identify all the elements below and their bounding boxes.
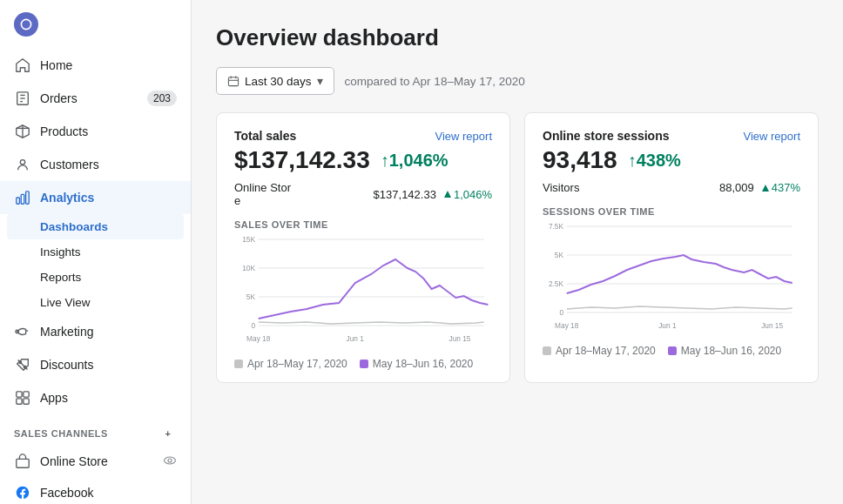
sessions-card: Online store sessions View report 93,418… xyxy=(524,112,819,383)
sidebar-item-discounts[interactable]: Discounts xyxy=(0,348,191,381)
svg-point-21 xyxy=(168,459,172,462)
svg-rect-8 xyxy=(17,198,20,204)
analytics-subnav: Dashboards Insights Reports Live View xyxy=(0,214,191,315)
subnav-live-view[interactable]: Live View xyxy=(0,290,191,315)
legend-dot-prev xyxy=(234,360,243,368)
sessions-value: 93,418 ↑438% xyxy=(543,146,800,174)
analytics-icon xyxy=(14,189,31,206)
sidebar-item-customers[interactable]: Customers xyxy=(0,148,191,181)
svg-text:May 18: May 18 xyxy=(555,321,578,330)
sales-channels-header: SALES CHANNELS + xyxy=(0,414,191,446)
chart-label-sales: SALES OVER TIME xyxy=(234,219,492,230)
main-nav: Home Orders 203 Products Customers xyxy=(0,49,191,414)
sidebar-item-products[interactable]: Products xyxy=(0,115,191,148)
logo-icon xyxy=(14,12,38,37)
svg-text:7.5K: 7.5K xyxy=(549,222,563,231)
sessions-sub-row: Visitors 88,009 437% xyxy=(543,181,800,194)
svg-text:0: 0 xyxy=(251,321,255,330)
legend-dot-prev-2 xyxy=(543,346,551,355)
sidebar-item-analytics[interactable]: Analytics xyxy=(0,181,191,214)
sales-chart: 15K 10K 5K 0 May 18 Jun 1 Jun 15 xyxy=(234,235,492,351)
svg-text:May 18: May 18 xyxy=(246,334,270,343)
add-channel-button[interactable]: + xyxy=(159,425,177,442)
svg-marker-29 xyxy=(444,191,451,198)
facebook-icon xyxy=(14,484,31,501)
svg-text:5K: 5K xyxy=(555,251,563,259)
chart-legend-sales: Apr 18–May 17, 2020 May 18–Jun 16, 2020 xyxy=(234,358,492,370)
calendar-icon xyxy=(227,75,239,87)
svg-rect-16 xyxy=(24,392,29,397)
sidebar: Home Orders 203 Products Customers xyxy=(0,0,192,504)
total-sales-card: Total sales View report $137,142.33 ↑1,0… xyxy=(216,112,510,383)
subnav-dashboards[interactable]: Dashboards xyxy=(7,214,184,239)
channel-online-store[interactable]: Online Store xyxy=(0,446,191,477)
sidebar-item-marketing[interactable]: Marketing xyxy=(0,315,191,348)
date-filter-bar: Last 30 days ▾ compared to Apr 18–May 17… xyxy=(216,67,819,95)
total-sales-value: $137,142.33 ↑1,046% xyxy=(234,146,492,174)
svg-rect-10 xyxy=(26,192,30,204)
logo xyxy=(0,0,191,49)
view-report-link-sales[interactable]: View report xyxy=(435,130,492,143)
svg-rect-19 xyxy=(17,459,29,467)
svg-rect-18 xyxy=(24,399,29,404)
view-report-link-sessions[interactable]: View report xyxy=(743,130,800,143)
legend-dot-curr xyxy=(360,360,368,368)
svg-point-7 xyxy=(20,160,24,165)
up-arrow-icon-2 xyxy=(761,184,770,192)
main-content: Overview dashboard Last 30 days ▾ compar… xyxy=(192,0,843,504)
card-header-total-sales: Total sales View report xyxy=(234,129,492,143)
svg-text:10K: 10K xyxy=(242,264,255,272)
orders-icon xyxy=(14,90,31,107)
svg-text:5K: 5K xyxy=(246,292,255,301)
svg-text:Jun 1: Jun 1 xyxy=(658,321,677,330)
svg-point-20 xyxy=(165,457,176,464)
subnav-reports[interactable]: Reports xyxy=(0,265,191,290)
apps-icon xyxy=(14,389,31,407)
sidebar-item-apps[interactable]: Apps xyxy=(0,381,191,414)
svg-rect-17 xyxy=(17,399,22,404)
svg-text:Jun 15: Jun 15 xyxy=(761,321,783,330)
page-title: Overview dashboard xyxy=(216,24,819,51)
legend-dot-curr-2 xyxy=(668,346,677,355)
channel-facebook[interactable]: Facebook xyxy=(0,477,191,504)
svg-marker-41 xyxy=(762,185,769,192)
chevron-down-icon: ▾ xyxy=(317,74,323,88)
store-icon xyxy=(14,453,31,470)
sales-sub-row: Online Store $137,142.33 1,046% xyxy=(234,181,492,207)
svg-rect-9 xyxy=(21,194,24,204)
sidebar-item-home[interactable]: Home xyxy=(0,49,191,82)
orders-badge: 203 xyxy=(147,91,177,106)
products-icon xyxy=(14,123,31,140)
eye-icon[interactable] xyxy=(163,454,177,470)
svg-text:0: 0 xyxy=(559,308,563,317)
sessions-chart: 7.5K 5K 2.5K 0 May 18 Jun 1 Jun 15 xyxy=(543,222,800,338)
subnav-insights[interactable]: Insights xyxy=(0,239,191,265)
svg-rect-25 xyxy=(228,77,238,86)
svg-text:Jun 15: Jun 15 xyxy=(449,334,471,343)
up-arrow-icon xyxy=(443,190,452,198)
chart-legend-sessions: Apr 18–May 17, 2020 May 18–Jun 16, 2020 xyxy=(543,345,800,357)
cards-row: Total sales View report $137,142.33 ↑1,0… xyxy=(216,112,819,383)
discounts-icon xyxy=(14,356,31,373)
svg-text:Jun 1: Jun 1 xyxy=(347,334,365,343)
home-icon xyxy=(14,57,31,74)
svg-text:2.5K: 2.5K xyxy=(549,279,563,288)
customers-icon xyxy=(14,156,31,173)
sidebar-item-orders[interactable]: Orders 203 xyxy=(0,82,191,115)
svg-text:15K: 15K xyxy=(242,235,255,244)
date-range-button[interactable]: Last 30 days ▾ xyxy=(216,67,334,95)
compare-label: compared to Apr 18–May 17, 2020 xyxy=(345,75,525,88)
svg-rect-15 xyxy=(17,392,22,397)
marketing-icon xyxy=(14,323,31,340)
card-header-sessions: Online store sessions View report xyxy=(543,129,800,143)
chart-label-sessions: SESSIONS OVER TIME xyxy=(543,206,800,217)
